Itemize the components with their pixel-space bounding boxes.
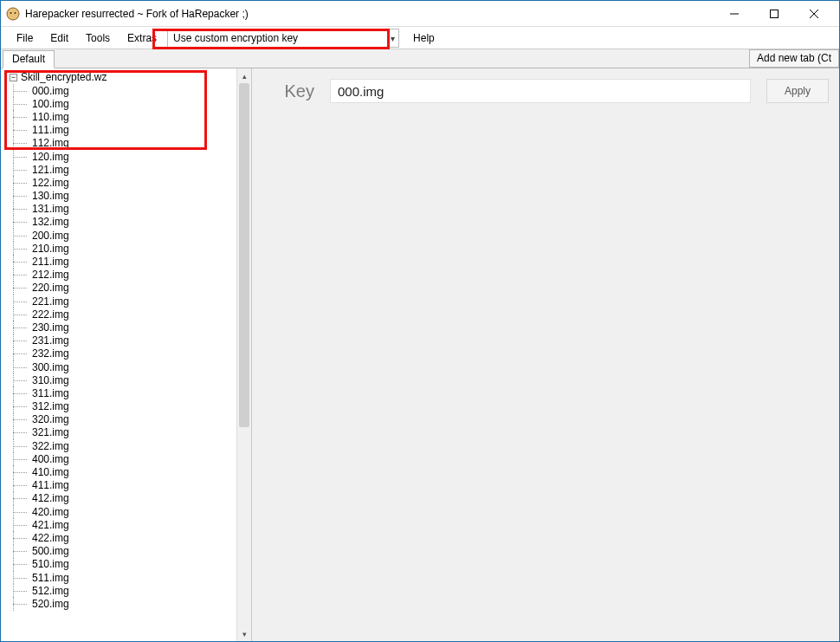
- menu-edit[interactable]: Edit: [42, 29, 77, 48]
- tree-item-label: 232.img: [23, 347, 69, 360]
- menu-bar: File Edit Tools Extras Use custom encryp…: [1, 27, 839, 49]
- tree-item-label: 231.img: [23, 334, 69, 347]
- collapse-icon[interactable]: −: [10, 74, 17, 81]
- key-row: Key Apply: [262, 79, 829, 103]
- tree-item[interactable]: 110.img: [3, 110, 251, 123]
- tree-item-label: 511.img: [23, 572, 69, 584]
- tab-default[interactable]: Default: [3, 50, 55, 68]
- tree-item[interactable]: 322.img: [3, 439, 251, 452]
- tree-item[interactable]: 310.img: [3, 373, 251, 386]
- tree-item[interactable]: 300.img: [3, 360, 251, 373]
- menu-help[interactable]: Help: [404, 29, 443, 48]
- tree-item-label: 110.img: [23, 111, 69, 123]
- tree-item[interactable]: 000.img: [3, 84, 251, 97]
- tree-item-label: 131.img: [23, 203, 69, 215]
- encryption-key-dropdown[interactable]: Use custom encryption key ▾: [167, 29, 399, 48]
- tree-item[interactable]: 320.img: [3, 413, 251, 426]
- app-icon: [6, 7, 20, 21]
- tree-item[interactable]: 222.img: [3, 308, 251, 321]
- tree-item-label: 211.img: [23, 256, 69, 268]
- tree-item-label: 121.img: [23, 164, 69, 176]
- tree-item[interactable]: 420.img: [3, 505, 251, 518]
- tree-item-label: 122.img: [23, 177, 69, 189]
- tree-item[interactable]: 221.img: [3, 295, 251, 308]
- tree-item[interactable]: 100.img: [3, 97, 251, 110]
- tree-item[interactable]: 400.img: [3, 452, 251, 465]
- scroll-thumb[interactable]: [239, 83, 249, 427]
- tree-item[interactable]: 212.img: [3, 269, 251, 282]
- window-controls: [714, 2, 834, 26]
- tree-item[interactable]: 412.img: [3, 492, 251, 505]
- menu-extras[interactable]: Extras: [119, 29, 165, 48]
- tree-item[interactable]: 121.img: [3, 163, 251, 176]
- tree-item[interactable]: 410.img: [3, 465, 251, 478]
- tree-item[interactable]: 132.img: [3, 216, 251, 229]
- tree-item[interactable]: 130.img: [3, 190, 251, 203]
- tree-item-label: 100.img: [23, 98, 69, 110]
- tree-item-label: 200.img: [23, 230, 69, 242]
- tree-item[interactable]: 120.img: [3, 150, 251, 163]
- tree-item-label: 400.img: [23, 453, 69, 465]
- tree-item[interactable]: 510.img: [3, 558, 251, 571]
- tree-root[interactable]: −Skill_encrypted.wz: [3, 70, 251, 84]
- tree-item[interactable]: 111.img: [3, 124, 251, 137]
- close-button[interactable]: [794, 2, 834, 26]
- tree-item[interactable]: 232.img: [3, 347, 251, 360]
- tree-item-label: 322.img: [23, 440, 69, 452]
- tree-item[interactable]: 312.img: [3, 400, 251, 413]
- main-split: −Skill_encrypted.wz000.img100.img110.img…: [1, 68, 839, 641]
- svg-point-1: [10, 12, 12, 14]
- tab-strip: Default Add new tab (Ct: [1, 49, 839, 68]
- scroll-up-icon[interactable]: ▴: [237, 68, 251, 83]
- window-title: Harepacker resurrected ~ Fork of HaRepac…: [25, 8, 714, 20]
- tree-item-label: 320.img: [23, 413, 69, 425]
- tree-item[interactable]: 511.img: [3, 571, 251, 584]
- tree-item[interactable]: 200.img: [3, 229, 251, 242]
- menu-tools[interactable]: Tools: [77, 29, 119, 48]
- tree-item-label: 111.img: [23, 124, 69, 136]
- minimize-button[interactable]: [714, 2, 754, 26]
- maximize-button[interactable]: [754, 2, 794, 26]
- tree-scrollbar[interactable]: ▴ ▾: [236, 68, 251, 641]
- tree-item-label: 130.img: [23, 190, 69, 202]
- tree-item-label: 312.img: [23, 400, 69, 412]
- scroll-down-icon[interactable]: ▾: [237, 626, 251, 641]
- key-input[interactable]: [330, 79, 751, 103]
- key-label: Key: [262, 81, 314, 101]
- menu-file[interactable]: File: [8, 29, 42, 48]
- tree-item[interactable]: 512.img: [3, 584, 251, 597]
- chevron-down-icon: ▾: [391, 33, 395, 42]
- tree-item-label: 422.img: [23, 532, 69, 544]
- tree-item[interactable]: 122.img: [3, 176, 251, 189]
- tree-item[interactable]: 220.img: [3, 282, 251, 295]
- tree-item-label: 300.img: [23, 361, 69, 373]
- tree-item[interactable]: 422.img: [3, 531, 251, 544]
- tree-item[interactable]: 211.img: [3, 255, 251, 268]
- tree-item-label: 112.img: [23, 137, 69, 149]
- tree-item-label: 212.img: [23, 269, 69, 281]
- tree-item[interactable]: 500.img: [3, 545, 251, 558]
- tree-item[interactable]: 131.img: [3, 203, 251, 216]
- tree-item[interactable]: 311.img: [3, 386, 251, 399]
- tree-item-label: 420.img: [23, 506, 69, 518]
- tree-item-label: 230.img: [23, 321, 69, 334]
- add-tab-button[interactable]: Add new tab (Ct: [749, 49, 839, 68]
- tree-item[interactable]: 321.img: [3, 426, 251, 439]
- tree-item-label: 411.img: [23, 479, 69, 491]
- title-bar: Harepacker resurrected ~ Fork of HaRepac…: [1, 1, 839, 27]
- apply-button[interactable]: Apply: [766, 79, 829, 103]
- tree-item[interactable]: 520.img: [3, 597, 251, 610]
- tree-item[interactable]: 210.img: [3, 242, 251, 255]
- tree-item-label: 520.img: [23, 598, 69, 610]
- tree-item-label: 421.img: [23, 519, 69, 531]
- tree-item-label: 500.img: [23, 545, 69, 557]
- tree-root-label: Skill_encrypted.wz: [21, 71, 107, 83]
- tree-item[interactable]: 230.img: [3, 321, 251, 334]
- tree-item[interactable]: 411.img: [3, 479, 251, 492]
- tree-item-label: 412.img: [23, 492, 69, 504]
- tree-item[interactable]: 231.img: [3, 334, 251, 347]
- tree-item[interactable]: 112.img: [3, 137, 251, 150]
- tree-item-label: 220.img: [23, 282, 69, 294]
- detail-pane: Key Apply: [252, 68, 839, 641]
- tree-item[interactable]: 421.img: [3, 518, 251, 531]
